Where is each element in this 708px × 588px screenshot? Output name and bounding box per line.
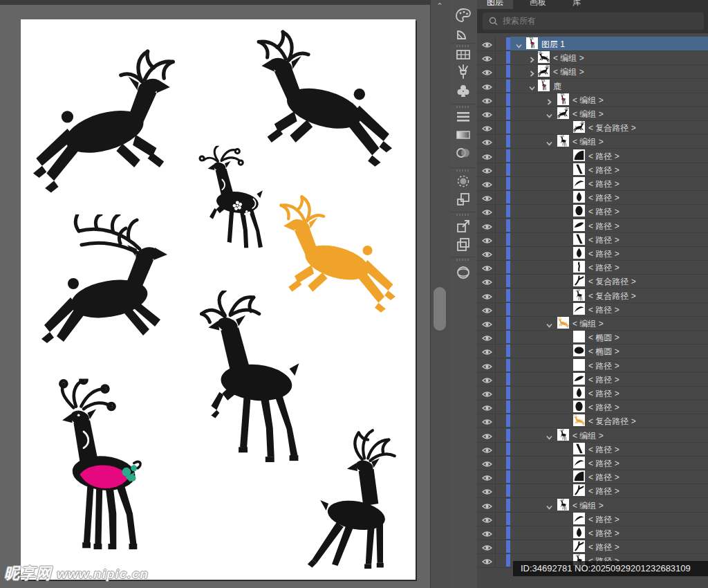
layer-thumbnail[interactable] bbox=[573, 470, 585, 482]
deer-leap-topleft[interactable] bbox=[33, 42, 182, 204]
visibility-eye-icon[interactable] bbox=[482, 501, 492, 509]
visibility-eye-icon[interactable] bbox=[482, 486, 492, 495]
visibility-eye-icon[interactable] bbox=[482, 472, 492, 481]
layer-thumbnail[interactable] bbox=[573, 540, 585, 552]
visibility-eye-icon[interactable] bbox=[482, 137, 492, 145]
chevron-down-icon[interactable] bbox=[546, 502, 553, 509]
visibility-eye-icon[interactable] bbox=[482, 277, 492, 285]
stroke-icon[interactable] bbox=[455, 109, 472, 125]
layer-thumbnail[interactable] bbox=[573, 247, 585, 259]
layer-row[interactable]: < 路径 > bbox=[477, 484, 708, 498]
chevron-right-icon[interactable] bbox=[546, 96, 553, 104]
layer-thumbnail[interactable] bbox=[573, 121, 585, 133]
chevron-down-icon[interactable] bbox=[546, 320, 553, 327]
vertical-scrollbar-thumb[interactable] bbox=[434, 287, 446, 331]
layer-row[interactable]: < 路径 > bbox=[477, 386, 708, 401]
visibility-eye-icon[interactable] bbox=[482, 82, 492, 90]
layer-label[interactable]: < 编组 > bbox=[572, 109, 604, 120]
layer-row[interactable]: < 编组 > bbox=[477, 134, 708, 149]
layer-row[interactable]: < 路径 > bbox=[477, 149, 708, 163]
layer-label[interactable]: < 路径 > bbox=[588, 235, 620, 246]
asset-export-icon[interactable] bbox=[455, 264, 472, 281]
layer-label[interactable]: < 路径 > bbox=[588, 472, 620, 484]
layer-label[interactable]: < 路径 > bbox=[588, 514, 620, 526]
layer-label[interactable]: < 路径 > bbox=[588, 542, 620, 553]
layer-row[interactable]: < 路径 > bbox=[477, 470, 708, 484]
deer-fancy-bottomleft[interactable] bbox=[35, 376, 160, 571]
visibility-eye-icon[interactable] bbox=[482, 249, 492, 257]
layer-label[interactable]: < 编组 > bbox=[553, 66, 584, 78]
visibility-eye-icon[interactable] bbox=[482, 193, 492, 201]
selection-icon[interactable] bbox=[455, 173, 472, 190]
visibility-eye-icon[interactable] bbox=[482, 389, 492, 397]
layer-thumbnail[interactable] bbox=[573, 163, 585, 175]
visibility-eye-icon[interactable] bbox=[482, 165, 492, 174]
layer-label[interactable]: < 复合路径 > bbox=[588, 291, 636, 302]
layer-label[interactable]: < 编组 > bbox=[553, 53, 584, 64]
brushes-icon[interactable] bbox=[455, 64, 472, 80]
visibility-eye-icon[interactable] bbox=[482, 515, 492, 523]
layer-label[interactable]: < 路径 > bbox=[588, 374, 620, 386]
layer-row[interactable]: < 路径 > bbox=[477, 456, 708, 470]
layer-row[interactable]: < 复合路径 > bbox=[477, 120, 708, 135]
layer-thumbnail[interactable] bbox=[573, 275, 585, 286]
swatches-icon[interactable] bbox=[455, 46, 472, 63]
layer-thumbnail[interactable] bbox=[573, 401, 585, 412]
layer-row[interactable]: < 椭圆 > bbox=[477, 330, 708, 344]
layer-label[interactable]: < 椭圆 > bbox=[588, 346, 620, 358]
visibility-eye-icon[interactable] bbox=[482, 361, 492, 369]
scrollbar-up-arrow-icon[interactable]: ⌃ bbox=[434, 1, 446, 11]
layer-label[interactable]: < 路径 > bbox=[588, 151, 620, 163]
transparency-icon[interactable] bbox=[455, 145, 472, 161]
layer-row[interactable]: < 路径 > bbox=[477, 358, 708, 373]
layer-row[interactable]: < 复合路径 > bbox=[477, 274, 708, 288]
layer-thumbnail[interactable] bbox=[557, 93, 569, 105]
layer-row[interactable]: < 路径 > bbox=[477, 219, 708, 233]
layer-thumbnail[interactable] bbox=[573, 261, 585, 273]
visibility-eye-icon[interactable] bbox=[482, 221, 492, 230]
layer-thumbnail[interactable] bbox=[573, 303, 585, 315]
layer-thumbnail[interactable] bbox=[557, 317, 569, 329]
layer-row[interactable]: < 编组 > bbox=[477, 107, 708, 121]
layer-row[interactable]: 鹿 bbox=[477, 79, 708, 93]
layer-thumbnail[interactable] bbox=[573, 331, 585, 342]
layer-row[interactable]: < 复合路径 > bbox=[477, 414, 708, 428]
layer-thumbnail[interactable] bbox=[573, 387, 585, 398]
layer-row[interactable]: < 编组 > bbox=[477, 498, 708, 513]
layer-row[interactable]: < 路径 > bbox=[477, 400, 708, 414]
layer-row[interactable]: < 路径 > bbox=[477, 442, 708, 457]
layer-thumbnail[interactable] bbox=[557, 107, 569, 119]
layer-label[interactable]: < 路径 > bbox=[588, 402, 620, 414]
layer-thumbnail[interactable] bbox=[557, 429, 569, 441]
layer-thumbnail[interactable] bbox=[573, 233, 585, 245]
layer-thumbnail[interactable] bbox=[538, 80, 550, 91]
visibility-eye-icon[interactable] bbox=[482, 67, 492, 75]
layer-row[interactable]: < 路径 > bbox=[477, 204, 708, 219]
layer-row[interactable]: < 路径 > bbox=[477, 372, 708, 387]
layer-thumbnail[interactable] bbox=[538, 51, 550, 63]
layer-thumbnail[interactable] bbox=[573, 205, 585, 217]
layer-thumbnail[interactable] bbox=[526, 37, 538, 49]
layer-label[interactable]: 鹿 bbox=[553, 81, 561, 93]
layer-label[interactable]: < 路径 > bbox=[588, 178, 620, 190]
deer-look-bottomright[interactable] bbox=[296, 417, 412, 580]
layer-thumbnail[interactable] bbox=[573, 484, 585, 496]
layer-label[interactable]: < 编组 > bbox=[572, 430, 604, 442]
layer-thumbnail[interactable] bbox=[538, 65, 550, 77]
layer-label[interactable]: < 复合路径 > bbox=[588, 276, 636, 288]
dock-grip-dots[interactable] bbox=[456, 214, 470, 216]
visibility-eye-icon[interactable] bbox=[482, 151, 492, 160]
visibility-eye-icon[interactable] bbox=[482, 123, 492, 131]
search-input[interactable]: 搜索所有 bbox=[483, 12, 704, 30]
layer-thumbnail[interactable] bbox=[573, 149, 585, 161]
layer-row[interactable]: < 路径 > bbox=[477, 163, 708, 177]
visibility-eye-icon[interactable] bbox=[482, 333, 492, 341]
layer-label[interactable]: < 编组 > bbox=[572, 136, 604, 148]
layer-thumbnail[interactable] bbox=[557, 135, 569, 147]
layer-thumbnail[interactable] bbox=[573, 513, 585, 524]
layer-label[interactable]: < 路径 > bbox=[588, 360, 620, 372]
layer-label[interactable]: < 复合路径 > bbox=[588, 122, 636, 134]
layer-label[interactable]: < 椭圆 > bbox=[588, 332, 620, 344]
layer-thumbnail[interactable] bbox=[573, 359, 585, 371]
layer-label[interactable]: < 路径 > bbox=[588, 248, 620, 260]
